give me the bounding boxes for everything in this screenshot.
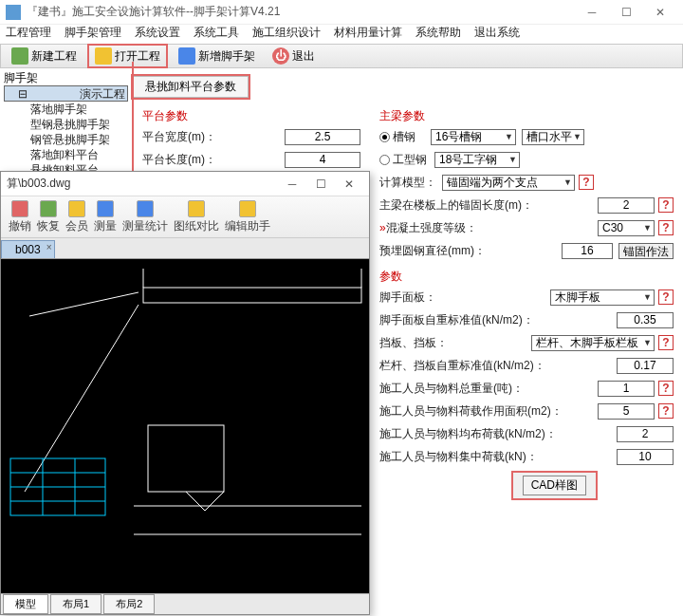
- menu-scaffold[interactable]: 脚手架管理: [65, 25, 121, 41]
- cad-assist-button[interactable]: 编辑助手: [225, 200, 270, 234]
- svg-line-6: [25, 305, 138, 492]
- deck-select[interactable]: 木脚手板▼: [550, 289, 655, 306]
- channel-select[interactable]: 16号槽钢▼: [431, 129, 516, 145]
- tree-item[interactable]: 钢管悬挑脚手架: [4, 132, 128, 147]
- deck-weight-input[interactable]: [617, 312, 674, 328]
- cad-undo-button[interactable]: 撤销: [9, 200, 31, 234]
- cad-tabs: b003×: [1, 238, 369, 259]
- rail-weight-input[interactable]: [617, 358, 674, 374]
- platform-length-input[interactable]: [285, 152, 360, 168]
- window-title: 『建书』施工安全设施计算软件--脚手架计算V4.21: [27, 4, 575, 20]
- cad-file-tab[interactable]: b003×: [1, 240, 55, 258]
- cad-bottom-tabs: 模型 布局1 布局2: [1, 593, 369, 614]
- cad-window-title: 算\b003.dwg: [7, 176, 278, 192]
- ibeam-select[interactable]: 18号工字钢▼: [434, 152, 520, 168]
- cad-vip-button[interactable]: 会员: [65, 200, 88, 234]
- app-icon: [6, 5, 21, 20]
- help-icon[interactable]: ?: [658, 289, 674, 305]
- maximize-button[interactable]: ☐: [609, 1, 643, 24]
- cad-measure-button[interactable]: 测量: [94, 200, 117, 234]
- help-icon[interactable]: ?: [658, 381, 674, 396]
- people-load-input[interactable]: [598, 381, 655, 397]
- cad-toolbar: 撤销 恢复 会员 测量 测量统计 图纸对比 编辑助手: [1, 196, 369, 238]
- cad-titlebar: 算\b003.dwg ─ ☐ ✕: [1, 172, 369, 196]
- people-avg-input[interactable]: [617, 426, 674, 442]
- cad-window: 算\b003.dwg ─ ☐ ✕ 撤销 恢复 会员 测量 测量统计 图纸对比 编…: [0, 171, 370, 615]
- tree-project[interactable]: ⊟ 演示工程: [4, 85, 128, 102]
- cad-layout2-tab[interactable]: 布局2: [103, 594, 155, 614]
- add-scaffold-button[interactable]: 新增脚手架: [172, 45, 262, 67]
- menu-project[interactable]: 工程管理: [6, 25, 51, 41]
- svg-rect-7: [148, 425, 224, 492]
- help-icon[interactable]: ?: [579, 175, 594, 190]
- exit-button[interactable]: ⏻退出: [266, 45, 322, 67]
- anchor-length-input[interactable]: [598, 197, 655, 214]
- cad-sample-button[interactable]: CAD样图: [511, 471, 598, 500]
- platform-width-input[interactable]: [285, 129, 360, 145]
- menu-tools[interactable]: 系统工具: [194, 25, 239, 41]
- close-button[interactable]: ✕: [643, 1, 677, 24]
- cad-viewport[interactable]: [1, 259, 369, 593]
- tree-item[interactable]: 落地脚手架: [4, 102, 128, 117]
- anchor-method-button[interactable]: 锚固作法: [618, 243, 674, 259]
- menu-org[interactable]: 施工组织设计: [252, 25, 321, 41]
- rail-select[interactable]: 栏杆、木脚手板栏板▼: [531, 335, 655, 351]
- tree-item[interactable]: 落地卸料平台: [4, 147, 128, 162]
- cad-stats-button[interactable]: 测量统计: [122, 200, 168, 234]
- open-project-button[interactable]: 打开工程: [87, 44, 168, 68]
- tree-item[interactable]: 型钢悬挑脚手架: [4, 117, 128, 132]
- svg-line-5: [29, 292, 138, 316]
- people-conc-input[interactable]: [617, 449, 674, 465]
- section-platform: 平台参数: [142, 108, 360, 124]
- cad-minimize-button[interactable]: ─: [278, 177, 306, 191]
- cad-model-tab[interactable]: 模型: [3, 594, 48, 614]
- close-icon[interactable]: ×: [46, 242, 52, 252]
- main-toolbar: 新建工程 打开工程 新增脚手架 ⏻退出: [0, 44, 683, 68]
- ibeam-radio[interactable]: [379, 155, 390, 165]
- help-icon[interactable]: ?: [658, 197, 674, 213]
- menu-exit[interactable]: 退出系统: [474, 25, 520, 41]
- minimize-button[interactable]: ─: [575, 1, 609, 24]
- people-area-input[interactable]: [598, 403, 655, 420]
- cad-layout1-tab[interactable]: 布局1: [50, 594, 102, 614]
- menu-settings[interactable]: 系统设置: [135, 25, 180, 41]
- menubar: 工程管理 脚手架管理 系统设置 系统工具 施工组织设计 材料用量计算 系统帮助 …: [0, 25, 683, 44]
- ring-dia-input[interactable]: [562, 243, 613, 259]
- section-load: 参数: [379, 269, 674, 285]
- cad-redo-button[interactable]: 恢复: [37, 200, 60, 234]
- channel-orient-select[interactable]: 槽口水平▼: [522, 129, 584, 145]
- section-beam: 主梁参数: [379, 108, 674, 124]
- tree-root[interactable]: 脚手架: [4, 70, 128, 85]
- new-project-button[interactable]: 新建工程: [5, 45, 83, 67]
- calc-model-select[interactable]: 锚固端为两个支点▼: [442, 175, 575, 191]
- cad-maximize-button[interactable]: ☐: [306, 177, 335, 191]
- cad-close-button[interactable]: ✕: [335, 177, 363, 191]
- channel-radio[interactable]: [379, 132, 390, 142]
- svg-rect-2: [143, 288, 361, 303]
- concrete-select[interactable]: C30▼: [598, 220, 655, 236]
- window-titlebar: 『建书』施工安全设施计算软件--脚手架计算V4.21 ─ ☐ ✕: [0, 0, 683, 25]
- menu-material[interactable]: 材料用量计算: [334, 25, 402, 41]
- menu-help[interactable]: 系统帮助: [415, 25, 461, 41]
- help-icon[interactable]: ?: [658, 220, 674, 235]
- cad-compare-button[interactable]: 图纸对比: [174, 200, 219, 234]
- param-tab[interactable]: 悬挑卸料平台参数: [133, 76, 249, 98]
- help-icon[interactable]: ?: [658, 403, 674, 419]
- help-icon[interactable]: ?: [658, 335, 674, 350]
